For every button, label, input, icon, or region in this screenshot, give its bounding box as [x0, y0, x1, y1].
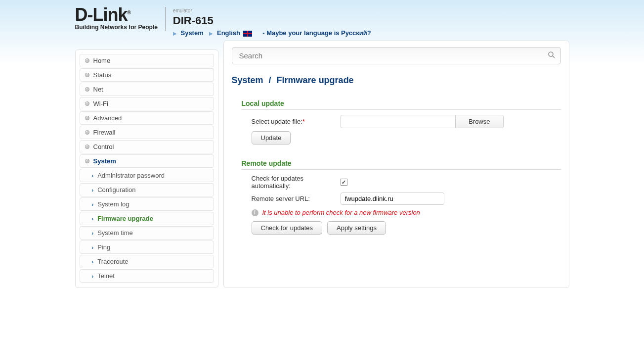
bullet-icon [85, 116, 89, 120]
sidebar-item-label: Advanced [93, 114, 122, 122]
file-picker[interactable]: Browse [341, 115, 504, 128]
page-title: System / Firmware upgrade [232, 75, 561, 86]
breadcrumb-system[interactable]: System [180, 29, 203, 37]
update-button[interactable]: Update [252, 131, 291, 145]
model-block: emulator DIR-615 ▶ System ▶ English - Ma… [173, 7, 375, 37]
sidebar-item-label: Configuration [97, 186, 135, 193]
select-file-label: Select update file:* [252, 118, 341, 125]
remote-url-label: Remote server URL: [252, 195, 341, 202]
bullet-icon [85, 101, 89, 106]
chevron-right-icon: ▶ [209, 31, 213, 36]
sidebar-item-label: Ping [97, 243, 110, 251]
bullet-icon [85, 58, 89, 63]
header: D-Link® Building Networks for People emu… [75, 0, 569, 41]
section-remote-update: Remote update [242, 159, 561, 170]
logo-text: D-Link® [75, 7, 158, 23]
chevron-right-icon: › [92, 216, 94, 222]
logo: D-Link® Building Networks for People [75, 7, 166, 31]
sidebar-item-status[interactable]: Status [80, 68, 214, 82]
bullet-icon [85, 73, 89, 77]
sidebar-subitem-firmware-upgrade[interactable]: ›Firmware upgrade [80, 212, 214, 225]
sidebar-item-label: Net [93, 86, 103, 93]
sidebar-item-label: Traceroute [97, 258, 128, 265]
language-suggestion-link[interactable]: - Maybe your language is Русский? [262, 29, 371, 37]
sidebar-item-label: Firmware upgrade [97, 215, 153, 222]
chevron-right-icon: › [92, 201, 94, 207]
remote-url-input[interactable] [341, 193, 444, 205]
error-message: It is unable to perform check for a new … [262, 209, 420, 216]
breadcrumb: ▶ System ▶ English - Maybe your language… [173, 29, 375, 37]
sidebar-item-net[interactable]: Net [80, 83, 214, 96]
sidebar-item-label: Administrator password [97, 172, 165, 179]
bullet-icon [85, 87, 89, 92]
sidebar-item-label: Telnet [97, 272, 115, 280]
sidebar-item-control[interactable]: Control [80, 140, 214, 153]
sidebar: Home Status Net Wi-Fi Advanced Firewall … [75, 49, 218, 288]
uk-flag-icon [243, 31, 252, 37]
emulator-label: emulator [173, 8, 375, 13]
auto-check-checkbox[interactable] [341, 179, 347, 186]
info-icon: i [252, 209, 258, 216]
sidebar-item-label: Status [93, 71, 112, 79]
section-local-update: Local update [242, 99, 561, 110]
sidebar-item-advanced[interactable]: Advanced [80, 111, 214, 125]
sidebar-item-label: Control [93, 143, 114, 150]
file-name-field[interactable] [341, 115, 456, 128]
svg-point-0 [549, 52, 553, 56]
sidebar-item-system[interactable]: System [80, 154, 214, 168]
bullet-icon [85, 130, 89, 135]
sidebar-item-label: Wi-Fi [93, 100, 108, 107]
model-name: DIR-615 [173, 14, 375, 27]
chevron-right-icon: › [92, 187, 94, 193]
chevron-right-icon: › [92, 173, 94, 179]
check-updates-button[interactable]: Check for updates [252, 221, 323, 235]
sidebar-subitem-admin-password[interactable]: ›Administrator password [80, 169, 214, 182]
chevron-right-icon: › [92, 259, 94, 265]
sidebar-subitem-traceroute[interactable]: ›Traceroute [80, 255, 214, 268]
chevron-right-icon: › [92, 273, 94, 279]
svg-line-1 [553, 56, 555, 58]
search-icon[interactable] [548, 51, 556, 61]
sidebar-item-label: Home [93, 57, 111, 64]
search-input[interactable] [237, 49, 548, 62]
browse-button[interactable]: Browse [455, 115, 503, 128]
sidebar-item-firewall[interactable]: Firewall [80, 126, 214, 139]
apply-settings-button[interactable]: Apply settings [327, 221, 386, 235]
search-box[interactable] [232, 47, 561, 64]
sidebar-subitem-system-time[interactable]: ›System time [80, 226, 214, 240]
sidebar-item-label: System log [97, 200, 129, 208]
sidebar-subitem-system-log[interactable]: ›System log [80, 197, 214, 211]
sidebar-subitem-ping[interactable]: ›Ping [80, 241, 214, 254]
sidebar-item-wifi[interactable]: Wi-Fi [80, 97, 214, 110]
sidebar-item-label: System [93, 157, 116, 165]
sidebar-subitem-telnet[interactable]: ›Telnet [80, 269, 214, 283]
main-panel: System / Firmware upgrade Local update S… [223, 41, 569, 288]
bullet-icon [85, 159, 89, 163]
auto-check-label: Check for updates automatically: [252, 175, 341, 190]
chevron-right-icon: ▶ [173, 31, 177, 36]
breadcrumb-language[interactable]: English [217, 29, 252, 37]
sidebar-subitem-configuration[interactable]: ›Configuration [80, 183, 214, 196]
sidebar-item-label: Firewall [93, 129, 116, 136]
chevron-right-icon: › [92, 230, 94, 236]
chevron-right-icon: › [92, 244, 94, 250]
sidebar-item-home[interactable]: Home [80, 54, 214, 67]
sidebar-item-label: System time [97, 229, 133, 237]
bullet-icon [85, 145, 89, 149]
logo-tagline: Building Networks for People [75, 24, 158, 31]
